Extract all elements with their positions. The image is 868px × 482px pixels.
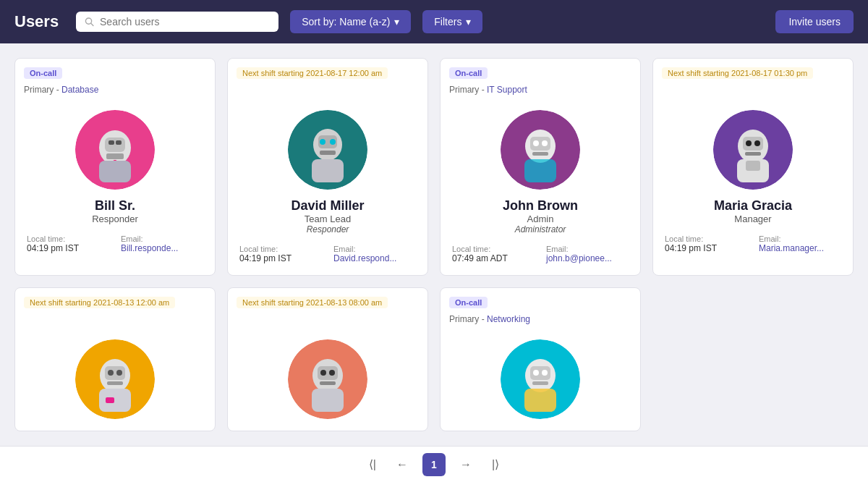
email-label: Email: — [121, 234, 203, 243]
svg-point-29 — [746, 140, 752, 146]
card-info: Local time: 04:19 pm IST Email: Bill.res… — [27, 234, 203, 253]
card-name: John Brown — [503, 198, 578, 213]
oncall-badge: On-call — [449, 297, 488, 308]
shift-badge: Next shift starting 2021-08-13 12:00 am — [24, 297, 175, 308]
card-name: Bill Sr. — [95, 198, 135, 213]
email-link[interactable]: David.respond... — [333, 253, 396, 263]
avatar — [75, 110, 155, 190]
card-info: Local time: 07:49 am ADT Email: john.b@p… — [452, 245, 629, 263]
card-info: Local time: 04:19 pm IST Email: Maria.ma… — [665, 234, 841, 253]
user-card-maria-gracia: Next shift starting 2021-08-17 01:30 pm … — [652, 58, 854, 276]
oncall-badge: On-call — [24, 67, 62, 79]
card-role: Admin — [527, 213, 554, 224]
oncall-badge: On-call — [449, 67, 488, 79]
page-title: Users — [14, 12, 59, 31]
svg-point-30 — [754, 140, 760, 146]
email-label: Email: — [546, 245, 629, 253]
card-primary: Primary - Database — [24, 85, 98, 95]
svg-point-23 — [542, 140, 548, 146]
svg-point-53 — [542, 370, 548, 376]
svg-rect-24 — [532, 152, 548, 156]
avatar — [713, 110, 793, 190]
svg-rect-55 — [524, 389, 556, 412]
shift-badge: Next shift starting 2021-08-17 12:00 am — [237, 67, 388, 79]
avatar — [288, 110, 367, 190]
email-value: Maria.manager... — [759, 243, 841, 253]
local-time-label: Local time: — [239, 245, 322, 253]
chevron-down-icon: ▾ — [466, 16, 471, 28]
email-link[interactable]: Bill.responde... — [121, 243, 178, 253]
svg-rect-41 — [106, 397, 114, 403]
shift-badge: Next shift starting 2021-08-17 01:30 pm — [662, 67, 813, 79]
card-role: Responder — [92, 213, 138, 224]
search-input[interactable] — [100, 16, 270, 28]
filter-button[interactable]: Filters ▾ — [422, 10, 482, 33]
primary-link[interactable]: Database — [61, 85, 98, 95]
user-card-david-miller: Next shift starting 2021-08-17 12:00 am … — [227, 58, 428, 276]
svg-point-46 — [329, 370, 335, 376]
local-time-label: Local time: — [665, 234, 747, 243]
svg-point-45 — [320, 370, 326, 376]
local-time-label: Local time: — [27, 234, 109, 243]
cards-row-2: Next shift starting 2021-08-13 12:00 am … — [14, 287, 854, 431]
local-time-label: Local time: — [452, 245, 535, 253]
email-link[interactable]: Maria.manager... — [759, 243, 824, 253]
svg-rect-54 — [532, 381, 548, 385]
card-primary: Primary - Networking — [449, 314, 530, 324]
local-time-value: 04:19 pm IST — [665, 243, 747, 253]
svg-point-52 — [533, 370, 539, 376]
svg-rect-18 — [312, 159, 344, 182]
card-name: Maria Gracia — [714, 198, 792, 213]
svg-point-16 — [330, 139, 336, 145]
user-card-user5: Next shift starting 2021-08-13 12:00 am — [14, 287, 216, 431]
email-link[interactable]: john.b@pionee... — [546, 253, 612, 263]
chevron-down-icon: ▾ — [394, 16, 399, 28]
svg-point-38 — [116, 370, 122, 376]
card-role-sub: Administrator — [515, 224, 566, 234]
svg-rect-33 — [746, 161, 760, 171]
svg-rect-25 — [524, 159, 556, 182]
user-card-bill-sr: On-call Primary - Database Bill Sr. Resp… — [14, 58, 216, 276]
svg-rect-5 — [109, 140, 114, 145]
primary-link[interactable]: Networking — [487, 314, 530, 324]
user-card-user7: On-call Primary - Networking — [440, 287, 641, 431]
card-primary: Primary - IT Support — [449, 85, 527, 95]
local-time-value: 07:49 am ADT — [452, 253, 535, 263]
filter-label: Filters — [434, 16, 461, 28]
invite-users-button[interactable]: Invite users — [775, 10, 854, 33]
avatar — [288, 339, 367, 419]
svg-rect-6 — [116, 140, 122, 145]
svg-rect-17 — [320, 151, 336, 155]
user-card-john-brown: On-call Primary - IT Support John Brown … — [440, 58, 641, 276]
avatar — [75, 339, 155, 419]
cards-row-1: On-call Primary - Database Bill Sr. Resp… — [14, 58, 854, 276]
svg-rect-48 — [312, 389, 344, 412]
svg-point-15 — [320, 139, 326, 145]
sort-button[interactable]: Sort by: Name (a-z) ▾ — [290, 10, 411, 33]
shift-badge: Next shift starting 2021-08-13 08:00 am — [237, 297, 388, 308]
search-icon — [85, 17, 94, 27]
user-card-user6: Next shift starting 2021-08-13 08:00 am — [227, 287, 428, 431]
main-content: On-call Primary - Database Bill Sr. Resp… — [0, 43, 868, 446]
svg-rect-47 — [320, 381, 336, 385]
avatar — [501, 339, 580, 419]
card-role: Manager — [734, 213, 771, 224]
svg-point-37 — [108, 370, 114, 376]
local-time-value: 04:19 pm IST — [27, 243, 109, 253]
svg-rect-39 — [107, 381, 123, 385]
svg-rect-31 — [745, 152, 761, 156]
primary-link[interactable]: IT Support — [487, 85, 527, 95]
email-value: David.respond... — [333, 253, 416, 263]
email-value: john.b@pionee... — [546, 253, 629, 263]
local-time-value: 04:19 pm IST — [239, 253, 322, 263]
svg-rect-40 — [99, 389, 131, 412]
svg-rect-4 — [105, 138, 125, 152]
card-role: Team Lead — [305, 213, 351, 224]
header: Users Sort by: Name (a-z) ▾ Filters ▾ In… — [0, 0, 868, 43]
card-role-sub: Responder — [307, 224, 349, 234]
avatar — [501, 110, 580, 190]
search-box[interactable] — [76, 12, 278, 32]
card-info: Local time: 04:19 pm IST Email: David.re… — [239, 245, 416, 263]
svg-rect-7 — [106, 153, 124, 159]
email-label: Email: — [759, 234, 841, 243]
